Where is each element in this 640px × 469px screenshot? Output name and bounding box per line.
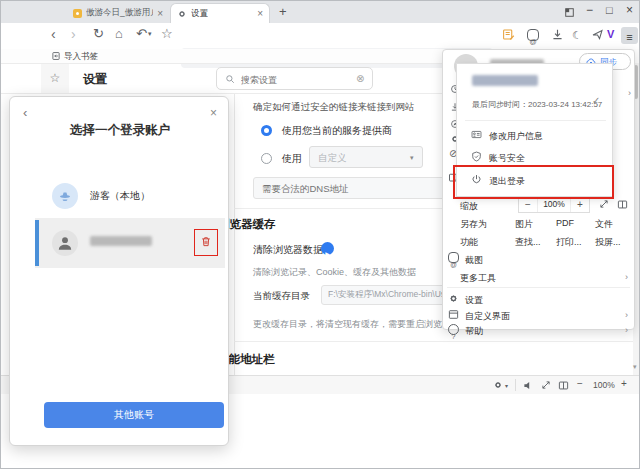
other-account-label: 其他账号 — [114, 409, 154, 420]
fullscreen-icon[interactable] — [599, 199, 609, 209]
page-star-button[interactable]: ☆ — [41, 64, 69, 93]
menu-customize-ui[interactable]: 自定义界面 — [465, 310, 510, 323]
main-menu-button[interactable]: ≡ — [621, 27, 638, 44]
guest-label: 游客（本地） — [90, 189, 150, 203]
split-view-icon[interactable] — [558, 380, 569, 391]
home-icon[interactable]: ⌂ — [115, 26, 123, 41]
fullscreen-expand-icon[interactable] — [541, 380, 551, 390]
minimize-button[interactable]: − — [586, 3, 593, 17]
tab-title: 设置 — [191, 8, 208, 20]
favorites-star-icon[interactable]: ☆ — [161, 26, 173, 41]
menu-divider — [447, 287, 630, 288]
forward-icon[interactable]: › — [71, 26, 76, 42]
account-security-item[interactable]: 账号安全 — [457, 146, 614, 168]
maximize-button[interactable]: □ — [606, 4, 613, 16]
check-icon: ✓ — [592, 95, 600, 106]
import-bookmarks-label[interactable]: 导入书签 — [64, 51, 98, 63]
dns-description: 确定如何通过安全的链接来链接到网站 — [253, 101, 415, 114]
tab-close-icon[interactable]: × — [257, 8, 263, 19]
dialog-title: 选择一个登录账户 — [10, 122, 230, 139]
tab-title: 傲游今日_傲游用户专属 — [86, 7, 153, 19]
radio-use-custom-label[interactable]: 使用 — [282, 152, 302, 166]
radio-current-provider-label[interactable]: 使用您当前的服务提供商 — [282, 124, 392, 138]
clear-search-icon[interactable]: ⊗ — [356, 73, 364, 84]
edit-user-info-label: 修改用户信息 — [489, 130, 543, 143]
screenshot-at-icon[interactable]: @ — [527, 29, 539, 41]
function-cast[interactable]: 投屏... — [595, 236, 621, 249]
menu-help[interactable]: 帮助 — [465, 325, 483, 338]
trash-icon[interactable] — [200, 235, 212, 248]
speaker-icon[interactable] — [523, 380, 534, 391]
close-button[interactable]: × — [626, 3, 633, 17]
night-mode-moon-icon[interactable]: ☾ — [572, 29, 582, 42]
sidebar-divider — [234, 94, 235, 375]
function-find[interactable]: 查找... — [515, 236, 541, 249]
dialog-back-icon[interactable]: ‹ — [23, 105, 27, 120]
tab-settings[interactable]: 设置 × — [170, 3, 270, 23]
account-avatar — [52, 230, 78, 256]
cache-dir-label: 当前缓存目录 — [253, 290, 310, 303]
help-icon: ? — [448, 324, 459, 335]
clear-browser-data-desc: 清除浏览记录、Cookie、缓存及其他数据 — [253, 266, 416, 279]
customize-window-icon — [448, 309, 459, 320]
clear-browser-data-label[interactable]: 清除浏览器数据 — [253, 243, 323, 257]
split-screen-icon[interactable] — [617, 199, 628, 210]
star-icon: ☆ — [50, 71, 61, 85]
hamburger-icon: ≡ — [626, 31, 632, 43]
back-icon[interactable]: ‹ — [51, 26, 56, 42]
maxnote-icon[interactable] — [502, 28, 515, 41]
screenshot-at-icon: @ — [448, 252, 459, 263]
save-as-file[interactable]: 文件 — [595, 218, 613, 231]
undo-caret-icon[interactable]: ▾ — [148, 30, 152, 38]
vbox-icon[interactable]: V — [607, 28, 614, 40]
chevron-right-icon: › — [625, 272, 628, 282]
function-print[interactable]: 打印... — [556, 236, 582, 249]
gear-icon — [177, 9, 187, 19]
reload-icon[interactable]: ↻ — [93, 26, 104, 41]
menu-more-tools[interactable]: 更多工具 — [460, 272, 496, 285]
zoom-out-button[interactable]: − — [577, 378, 583, 389]
blurred-account-id — [472, 75, 538, 86]
guest-account-row[interactable]: 游客（本地） — [35, 177, 225, 217]
radio-current-provider[interactable] — [261, 125, 272, 136]
tab-close-icon[interactable]: × — [157, 8, 163, 19]
save-as-pdf[interactable]: PDF — [556, 218, 574, 228]
selected-indicator-bar — [35, 220, 39, 266]
status-zoom-level: 100% — [593, 380, 615, 390]
radio-use-custom[interactable] — [261, 153, 272, 164]
person-icon — [56, 234, 74, 252]
status-gear-icon[interactable] — [493, 380, 503, 390]
other-account-button[interactable]: 其他账号 — [44, 402, 224, 428]
tab-maxthon-today[interactable]: 傲游今日_傲游用户专属 × — [67, 3, 169, 23]
edit-user-info-item[interactable]: 修改用户信息 — [457, 124, 614, 146]
layout-icon[interactable] — [564, 7, 575, 18]
zoom-control: − 100% + — [518, 196, 590, 213]
save-as-label: 另存为 — [460, 218, 487, 231]
settings-search-input[interactable] — [239, 70, 353, 89]
save-as-image[interactable]: 图片 — [515, 218, 533, 231]
settings-search-box[interactable]: ⊗ — [216, 67, 373, 90]
dns-provider-select[interactable]: 自定义 ▾ — [309, 146, 423, 168]
share-icon[interactable] — [591, 28, 604, 41]
download-icon[interactable] — [551, 28, 564, 41]
blurred-phone-number — [90, 236, 152, 246]
select-value: 自定义 — [318, 152, 347, 165]
menu-settings[interactable]: 设置 — [465, 294, 483, 307]
status-gear-caret-icon[interactable]: ▾ — [505, 382, 508, 389]
browser-window: 傲游今日_傲游用户专属 × 设置 × + − □ × ‹ › ↻ ⌂ ↶ ▾ ☆… — [0, 0, 640, 469]
zoom-plus-button[interactable]: + — [571, 197, 589, 212]
menu-screenshot[interactable]: 截图 — [465, 254, 483, 267]
clear-data-play-icon[interactable]: ▶ — [321, 242, 334, 255]
scrollbar-down-icon[interactable]: ▾ — [633, 363, 637, 371]
tab-bar: 傲游今日_傲游用户专属 × 设置 × + − □ × — [1, 1, 639, 24]
undo-icon[interactable]: ↶ — [136, 26, 147, 41]
logout-item[interactable]: 退出登录 — [457, 168, 614, 194]
zoom-in-button[interactable]: + — [621, 378, 627, 389]
guest-avatar — [52, 183, 78, 209]
dialog-close-icon[interactable]: × — [210, 106, 217, 120]
nav-bar: ‹ › ↻ ⌂ ↶ ▾ ☆ m Maxthon | mx://settings/… — [1, 23, 639, 49]
new-tab-button[interactable]: + — [279, 4, 287, 19]
zoom-minus-button[interactable]: − — [519, 197, 537, 212]
selected-account-row[interactable] — [35, 218, 225, 268]
chevron-right-icon: › — [625, 325, 628, 335]
